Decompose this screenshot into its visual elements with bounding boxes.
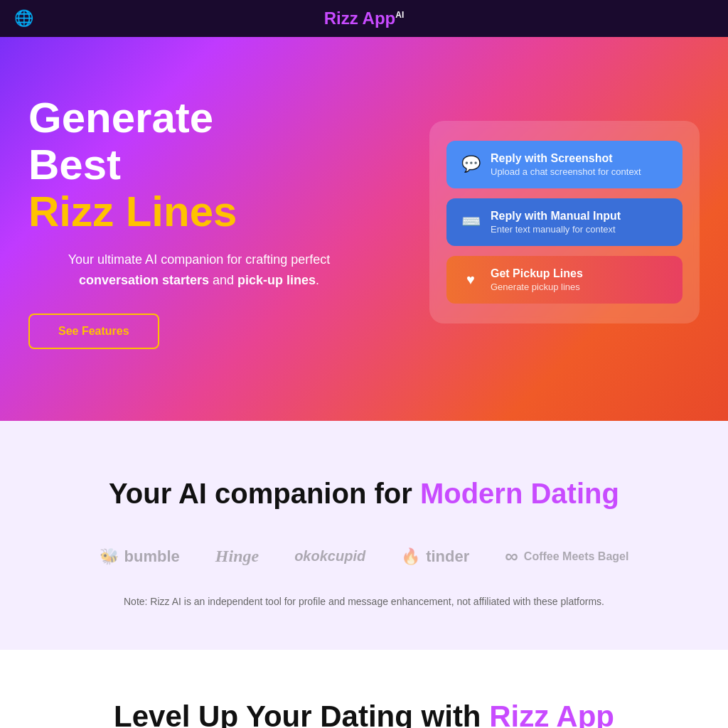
bumble-text: bumble <box>124 547 180 566</box>
cmb-text: Coffee Meets Bagel <box>524 550 629 563</box>
title-ai: AI <box>395 10 404 20</box>
platforms-heading-purple: Modern Dating <box>420 478 619 509</box>
get-pickup-lines-button[interactable]: Get Pickup Lines Generate pickup lines <box>446 256 682 304</box>
chat-icon <box>461 155 481 173</box>
pickup-btn-subtitle: Generate pickup lines <box>491 282 583 292</box>
heading-line1: Generate <box>28 94 213 141</box>
reply-manual-button[interactable]: Reply with Manual Input Enter text manua… <box>446 198 682 246</box>
tinder-icon <box>401 547 420 566</box>
bumble-icon <box>100 547 119 566</box>
bottom-section: Level Up Your Dating with Rizz App <box>0 650 728 728</box>
cmb-icon <box>505 545 518 567</box>
navbar: Rizz AppAI <box>0 0 728 37</box>
bottom-heading-purple: Rizz App <box>489 700 614 728</box>
hinge-text: Hinge <box>215 547 259 566</box>
hero-left: Generate Best Rizz Lines Your ultimate A… <box>28 95 370 349</box>
screenshot-btn-subtitle: Upload a chat screenshot for context <box>491 166 641 177</box>
tinder-logo: tinder <box>401 547 469 566</box>
title-purple: Rizz App <box>324 9 395 28</box>
cmb-logo: Coffee Meets Bagel <box>505 545 628 567</box>
heading-line3: Rizz Lines <box>28 188 237 235</box>
platforms-heading: Your AI companion for Modern Dating <box>28 478 700 510</box>
app-title: Rizz AppAI <box>324 9 404 28</box>
heart-icon <box>461 272 481 288</box>
platforms-section: Your AI companion for Modern Dating bumb… <box>0 421 728 650</box>
keyboard-icon <box>461 213 481 231</box>
bottom-heading: Level Up Your Dating with Rizz App <box>28 700 700 728</box>
screenshot-btn-title: Reply with Screenshot <box>491 152 641 165</box>
bold-conversation: conversation starters <box>79 273 209 287</box>
hinge-logo: Hinge <box>215 547 259 566</box>
action-card: Reply with Screenshot Upload a chat scre… <box>429 121 700 323</box>
okcupid-text: okokcupid <box>294 548 365 564</box>
hero-description: Your ultimate AI companion for crafting … <box>28 250 370 291</box>
pickup-btn-title: Get Pickup Lines <box>491 267 583 280</box>
bold-pickup: pick-up lines <box>237 273 316 287</box>
manual-btn-title: Reply with Manual Input <box>491 210 621 223</box>
okcupid-logo: okokcupid <box>294 548 365 564</box>
bumble-logo: bumble <box>100 547 180 566</box>
heading-line2: Best <box>28 141 121 188</box>
hero-heading: Generate Best Rizz Lines <box>28 95 370 235</box>
manual-btn-subtitle: Enter text manually for context <box>491 224 621 235</box>
platforms-logos: bumble Hinge okokcupid tinder Coffee Mee… <box>28 545 700 567</box>
bottom-heading-normal: Level Up Your Dating with <box>114 700 481 728</box>
hero-section: Generate Best Rizz Lines Your ultimate A… <box>0 37 728 421</box>
reply-screenshot-button[interactable]: Reply with Screenshot Upload a chat scre… <box>446 141 682 188</box>
platforms-heading-normal: Your AI companion for <box>109 478 412 509</box>
globe-icon[interactable] <box>14 9 33 28</box>
tinder-text: tinder <box>426 547 469 566</box>
platforms-note: Note: Rizz AI is an independent tool for… <box>28 596 700 607</box>
see-features-button[interactable]: See Features <box>28 314 159 349</box>
